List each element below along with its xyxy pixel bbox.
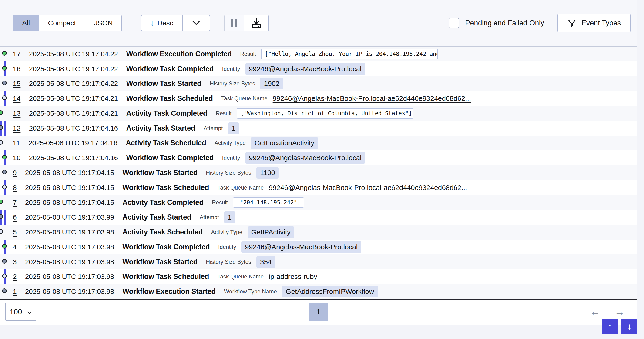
event-detail-value: ["Washington, District of Columbia, Unit… [236, 108, 414, 119]
event-row[interactable]: 16 2025-05-08 UTC 19:17:04.22 Workflow T… [0, 62, 637, 76]
event-detail-label: Identity [222, 66, 240, 72]
event-id-link[interactable]: 15 [13, 80, 20, 88]
event-id-link[interactable]: 1 [13, 287, 17, 295]
event-row[interactable]: 14 2025-05-08 UTC 19:17:04.21 Workflow T… [0, 91, 637, 106]
event-detail-value: GetAddressFromIPWorkflow [282, 286, 378, 297]
event-id-link[interactable]: 17 [13, 50, 20, 58]
event-id-link[interactable]: 10 [13, 154, 20, 162]
event-id-link[interactable]: 4 [13, 243, 17, 251]
event-row[interactable]: 2 2025-05-08 UTC 19:17:03.98 Workflow Ta… [0, 269, 637, 284]
event-timestamp: 2025-05-08 UTC 19:17:03.98 [25, 243, 114, 251]
event-row[interactable]: 6 2025-05-08 UTC 19:17:03.99 Activity Ta… [0, 210, 637, 225]
event-id-link[interactable]: 6 [13, 213, 17, 221]
event-row[interactable]: 17 2025-05-08 UTC 19:17:04.22 Workflow E… [0, 47, 637, 62]
pending-failed-checkbox[interactable] [449, 18, 459, 28]
event-timestamp: 2025-05-08 UTC 19:17:04.21 [29, 109, 118, 117]
previous-page-arrow-icon[interactable]: ← [590, 307, 600, 317]
event-id-link[interactable]: 5 [13, 228, 17, 236]
event-name: Workflow Task Scheduled [122, 272, 209, 281]
event-row[interactable]: 1 2025-05-08 UTC 19:17:03.98 Workflow Ex… [0, 284, 637, 299]
event-id-link[interactable]: 11 [13, 139, 20, 147]
event-timestamp: 2025-05-08 UTC 19:17:04.21 [29, 95, 118, 102]
event-detail-label: History Size Bytes [206, 259, 251, 265]
event-status-dot [2, 51, 7, 56]
event-id-link[interactable]: 16 [13, 65, 20, 73]
event-status-dot [2, 66, 7, 71]
event-types-label: Event Types [582, 19, 621, 27]
page-arrows: ← → [590, 307, 625, 317]
event-id-link[interactable]: 8 [13, 184, 17, 192]
playback-export-group [224, 15, 269, 32]
event-timestamp: 2025-05-08 UTC 19:17:04.15 [25, 169, 114, 177]
event-row[interactable]: 8 2025-05-08 UTC 19:17:04.15 Workflow Ta… [0, 180, 637, 195]
event-row[interactable]: 13 2025-05-08 UTC 19:17:04.21 Activity T… [0, 106, 637, 121]
event-timestamp: 2025-05-08 UTC 19:17:04.22 [29, 50, 118, 58]
pending-failed-filter[interactable]: Pending and Failed Only [449, 18, 544, 28]
event-id-link[interactable]: 3 [13, 258, 17, 266]
event-name: Workflow Execution Completed [126, 50, 232, 58]
event-detail-label: Activity Type [214, 140, 246, 146]
tab-all[interactable]: All [13, 15, 39, 32]
event-id-link[interactable]: 2 [13, 273, 17, 280]
event-detail-value[interactable]: 99246@Angelas-MacBook-Pro.local-ae62d440… [269, 184, 467, 192]
event-detail-value[interactable]: 99246@Angelas-MacBook-Pro.local-ae62d440… [273, 95, 471, 102]
event-id-link[interactable]: 7 [13, 199, 17, 206]
event-row[interactable]: 12 2025-05-08 UTC 19:17:04.16 Activity T… [0, 121, 637, 136]
event-status-dot [2, 273, 7, 278]
page-size-value: 100 [10, 307, 22, 316]
event-row[interactable]: 9 2025-05-08 UTC 19:17:04.15 Workflow Ta… [0, 165, 637, 180]
event-name: Activity Task Started [126, 124, 195, 133]
event-timestamp: 2025-05-08 UTC 19:17:03.98 [25, 258, 114, 266]
event-timestamp: 2025-05-08 UTC 19:17:03.99 [25, 213, 114, 221]
scroll-to-bottom-button[interactable]: ↓ [622, 319, 638, 334]
event-timestamp: 2025-05-08 UTC 19:17:03.98 [25, 287, 114, 295]
event-status-dot [2, 185, 7, 189]
tab-compact[interactable]: Compact [38, 15, 85, 32]
event-name: Workflow Task Started [126, 79, 202, 88]
scroll-to-top-button[interactable]: ↑ [602, 319, 618, 334]
event-timestamp: 2025-05-08 UTC 19:17:03.98 [25, 273, 114, 280]
event-row[interactable]: 4 2025-05-08 UTC 19:17:03.98 Workflow Ta… [0, 240, 637, 254]
event-detail-label: Task Queue Name [217, 273, 264, 280]
sort-desc-button[interactable]: ↓ Desc [141, 15, 182, 32]
pending-failed-label: Pending and Failed Only [465, 19, 544, 27]
event-detail-label: History Size Bytes [206, 170, 251, 176]
event-timestamp: 2025-05-08 UTC 19:17:03.98 [25, 228, 114, 236]
event-status-dot [0, 200, 3, 204]
event-detail-label: History Size Bytes [210, 80, 255, 87]
event-status-dot [2, 81, 7, 85]
event-row[interactable]: 11 2025-05-08 UTC 19:17:04.16 Activity T… [0, 136, 637, 151]
download-icon [250, 17, 262, 29]
event-detail-label: Identity [218, 244, 236, 250]
page-size-select[interactable]: 100 [5, 303, 36, 321]
event-id-link[interactable]: 12 [13, 124, 20, 132]
pause-button[interactable] [224, 15, 244, 32]
event-detail-label: Identity [222, 155, 240, 161]
event-detail-value[interactable]: ip-address-ruby [269, 273, 317, 280]
event-detail-value: GetLocationActivity [251, 137, 318, 149]
event-row[interactable]: 7 2025-05-08 UTC 19:17:04.15 Activity Ta… [0, 195, 637, 210]
event-name: Workflow Task Completed [126, 65, 214, 73]
event-row[interactable]: 15 2025-05-08 UTC 19:17:04.22 Workflow T… [0, 76, 637, 91]
event-id-link[interactable]: 9 [13, 169, 17, 177]
event-detail-value: 1100 [256, 167, 279, 179]
next-page-arrow-icon[interactable]: → [614, 307, 625, 317]
event-types-button[interactable]: Event Types [557, 14, 631, 32]
current-page-button[interactable]: 1 [309, 303, 328, 320]
event-row[interactable]: 5 2025-05-08 UTC 19:17:03.98 Activity Ta… [0, 225, 637, 240]
event-name: Workflow Task Started [122, 169, 198, 177]
event-history-panel: All Compact JSON ↓ Desc [0, 0, 638, 325]
event-id-link[interactable]: 14 [13, 95, 20, 102]
event-row[interactable]: 3 2025-05-08 UTC 19:17:03.98 Workflow Ta… [0, 254, 637, 269]
sort-menu-button[interactable] [182, 15, 210, 32]
tab-json[interactable]: JSON [85, 15, 122, 32]
event-timestamp: 2025-05-08 UTC 19:17:04.15 [25, 184, 114, 192]
event-id-link[interactable]: 13 [13, 109, 20, 117]
chevron-down-icon [27, 307, 32, 316]
download-button[interactable] [244, 15, 269, 32]
event-row[interactable]: 10 2025-05-08 UTC 19:17:04.16 Workflow T… [0, 150, 637, 165]
event-status-dot [2, 155, 7, 159]
event-name: Workflow Task Scheduled [126, 94, 213, 103]
event-status-dot [2, 288, 7, 293]
event-detail-label: Task Queue Name [217, 184, 264, 191]
